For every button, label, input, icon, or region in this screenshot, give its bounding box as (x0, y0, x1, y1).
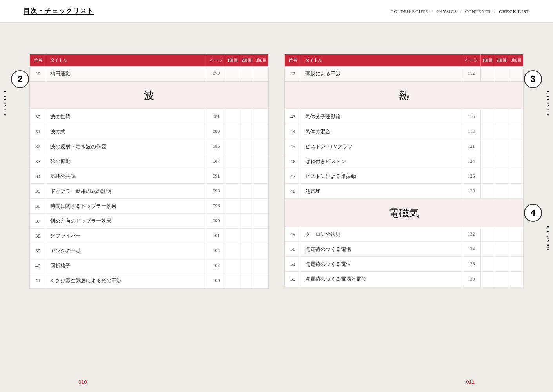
col-header-check1: 1回目 (481, 54, 495, 66)
row-check1 (481, 66, 495, 81)
row-check3 (509, 139, 523, 154)
table-row: 35 ドップラー効果の式の証明 093 (30, 184, 268, 199)
row-num: 37 (30, 214, 46, 228)
col-header-num: 番号 (30, 54, 46, 66)
row-check2 (495, 257, 509, 271)
nav-sep-2: / (460, 8, 462, 15)
row-check1 (226, 214, 240, 228)
nav-physics: PHYSICS (437, 9, 457, 14)
row-page: 107 (207, 258, 226, 273)
row-page: 093 (207, 184, 226, 198)
row-check1 (481, 272, 495, 287)
table-row: 33 弦の振動 087 (30, 154, 268, 169)
row-title: 波の式 (46, 124, 207, 139)
col-header-check3: 3回目 (254, 54, 268, 66)
row-check1 (481, 154, 495, 169)
chapter-4-section: 電磁気 4 CHAPTER (285, 199, 523, 227)
table-row: 36 時間に関するドップラー効果 096 (30, 199, 268, 214)
table-row: 37 斜め方向のドップラー効果 099 (30, 214, 268, 229)
header-title: 目次・チェックリスト (24, 7, 94, 15)
row-page: 139 (462, 272, 481, 287)
row-num: 46 (285, 154, 301, 169)
col-header-check1: 1回目 (226, 54, 240, 66)
row-title: くさび形空気層による光の干渉 (46, 273, 207, 288)
row-check3 (254, 184, 268, 198)
row-num: 42 (285, 66, 301, 81)
row-page: 101 (207, 229, 226, 243)
row-check1 (226, 109, 240, 124)
table-row: 38 光ファイバー 101 (30, 229, 268, 243)
row-num: 52 (285, 272, 301, 287)
row-check3 (509, 242, 523, 256)
left-panel: 2 CHAPTER 番号 タイトル ページ 1回目 2回目 3回目 29 楕円運… (29, 54, 269, 289)
table-row: 48 熱気球 129 (285, 184, 523, 199)
row-check3 (509, 184, 523, 198)
row-title: ピストンによる単振動 (301, 169, 462, 183)
row-page: 081 (207, 109, 226, 124)
row-check3 (509, 227, 523, 241)
row-check1 (481, 124, 495, 139)
row-check2 (495, 272, 509, 287)
row-page: 126 (462, 169, 481, 183)
page-num-left: 010 (78, 379, 87, 385)
col-header-num: 番号 (285, 54, 301, 66)
row-num: 40 (30, 258, 46, 273)
row-check2 (495, 109, 509, 124)
row-check3 (509, 66, 523, 81)
row-num: 36 (30, 199, 46, 213)
row-check3 (254, 109, 268, 124)
chapter-3-section: 熱 (285, 81, 523, 109)
left-table-header: 番号 タイトル ページ 1回目 2回目 3回目 (30, 54, 268, 66)
row-title: 点電荷のつくる電位 (301, 257, 462, 271)
main-content: 2 CHAPTER 番号 タイトル ページ 1回目 2回目 3回目 29 楕円運… (0, 23, 553, 392)
row-check1 (226, 66, 240, 81)
row-num: 30 (30, 109, 46, 124)
row-check2 (495, 124, 509, 139)
table-row: 43 気体分子運動論 116 (285, 109, 523, 124)
row-page: 112 (462, 66, 481, 81)
table-row: 42 薄膜による干渉 112 (285, 66, 523, 81)
row-title: 時間に関するドップラー効果 (46, 199, 207, 213)
row-page: 104 (207, 243, 226, 258)
table-row: 52 点電荷のつくる電場と電位 139 (285, 272, 523, 287)
row-check3 (254, 124, 268, 139)
row-check3 (509, 272, 523, 287)
row-page: 134 (462, 242, 481, 256)
row-check2 (240, 169, 254, 183)
row-title: 気柱の共鳴 (46, 169, 207, 183)
page-num-right: 011 (466, 379, 475, 385)
row-num: 44 (285, 124, 301, 139)
row-title: 弦の振動 (46, 154, 207, 169)
row-num: 48 (285, 184, 301, 198)
row-page: 129 (462, 184, 481, 198)
row-num: 49 (285, 227, 301, 241)
table-row: 34 気柱の共鳴 091 (30, 169, 268, 184)
row-check2 (240, 66, 254, 81)
row-check1 (481, 257, 495, 271)
table-row: 32 波の反射・定常波の作図 085 (30, 139, 268, 154)
row-page: 078 (207, 66, 226, 81)
page-numbers: 010 011 (0, 379, 553, 385)
row-check2 (495, 227, 509, 241)
row-check2 (240, 243, 254, 258)
row-title: ヤングの干渉 (46, 243, 207, 258)
row-title: ピストン＋PVグラフ (301, 139, 462, 154)
header: 目次・チェックリスト GOLDEN ROUTE / PHYSICS / CONT… (0, 0, 553, 23)
row-page: 091 (207, 169, 226, 183)
row-num: 33 (30, 154, 46, 169)
row-check1 (481, 184, 495, 198)
row-page: 124 (462, 154, 481, 169)
row-check1 (481, 242, 495, 256)
row-check1 (226, 199, 240, 213)
row-check2 (240, 229, 254, 243)
row-num: 31 (30, 124, 46, 139)
chapter-4-badge: 4 (524, 204, 542, 222)
nav-sep-1: / (431, 8, 433, 15)
col-header-check3: 3回目 (509, 54, 523, 66)
row-page: 116 (462, 109, 481, 124)
row-title: 回折格子 (46, 258, 207, 273)
row-title: 光ファイバー (46, 229, 207, 243)
header-nav: GOLDEN ROUTE / PHYSICS / CONTENTS / CHEC… (391, 8, 529, 15)
row-page: 083 (207, 124, 226, 139)
table-row: 30 波の性質 081 (30, 109, 268, 124)
